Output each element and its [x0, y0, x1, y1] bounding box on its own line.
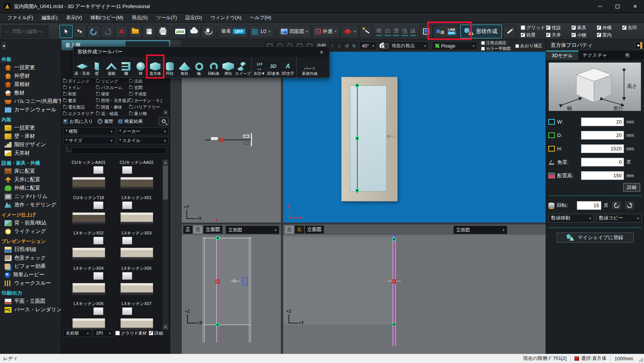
property-input[interactable]	[581, 131, 624, 140]
layer-checkbox[interactable]: 住設	[546, 25, 570, 31]
layer-checkbox[interactable]: 室内	[597, 32, 621, 38]
category-item[interactable]: 子供室	[129, 91, 162, 97]
shape-tool[interactable]: 直方体	[148, 57, 163, 78]
part-thumbnail[interactable]: LXキッチンX02	[65, 230, 113, 261]
back-to-floorplan-button[interactable]: ←間取り編集へ	[2, 25, 48, 38]
thumbnail-scrollbar[interactable]: ▲ ▼	[163, 160, 168, 330]
print-button[interactable]	[156, 25, 169, 38]
property-input[interactable]	[581, 171, 624, 180]
shape-tool[interactable]: 球	[133, 57, 148, 78]
part-thumbnail[interactable]: LXキッチンX01	[113, 195, 161, 225]
sidebar-entry[interactable]: 外壁材	[0, 72, 61, 80]
shape-tool[interactable]: 3D文字	[281, 57, 295, 78]
view-type-dropdown[interactable]: 立面図	[453, 226, 507, 234]
detail-button[interactable]: 詳細	[623, 183, 640, 191]
rotate-left-button[interactable]: ↺	[344, 42, 350, 50]
tab-favorites[interactable]: お気に入り	[63, 118, 93, 125]
menu-item[interactable]: 設定(O)	[181, 13, 206, 23]
grid-scale-dropdown[interactable]: 1/2	[249, 25, 274, 38]
sidebar-entry[interactable]: 階段デザイン	[0, 140, 61, 149]
view-layout-dropdown[interactable]: 四面図	[278, 25, 311, 38]
shape-tool[interactable]: 棚	[119, 57, 133, 78]
search-button[interactable]	[159, 117, 169, 125]
shape-create-button[interactable]: 形状作成	[460, 25, 502, 38]
door-plan-symbol2[interactable]	[243, 142, 249, 145]
sidebar-entry[interactable]: 外構に配置	[0, 184, 61, 192]
selection-handle[interactable]	[219, 138, 224, 142]
shape-tool[interactable]: 壁	[90, 57, 104, 78]
close-button[interactable]: ×	[626, 0, 644, 13]
rotation-input[interactable]	[577, 201, 601, 210]
numeric-copy-dropdown[interactable]: 数値コピー	[596, 214, 642, 223]
layer-checkbox[interactable]: 天井	[546, 32, 570, 38]
layer-checkbox[interactable]: 小物	[571, 32, 595, 38]
redo-button[interactable]	[101, 25, 114, 38]
sidebar-entry[interactable]: 一括変更	[0, 124, 61, 132]
category-item[interactable]: トイレ	[63, 84, 96, 91]
handle-marker-bottom[interactable]	[392, 323, 396, 326]
viewport-front-elevation[interactable]: 正 背 立面図 立面図 +Z +X	[182, 224, 281, 354]
sidebar-entry[interactable]: 設備・家具・外構	[0, 159, 61, 167]
see-through-dropdown[interactable]: 外透	[312, 25, 340, 38]
sidebar-entry[interactable]: ライティング	[0, 227, 61, 236]
line-mode-button[interactable]: 白	[385, 26, 391, 36]
tilt-correction-checkbox[interactable]: あおり補正	[515, 43, 543, 49]
sidebar-entry[interactable]: ウォークスルー	[0, 279, 61, 287]
voice-button[interactable]	[201, 25, 214, 38]
menu-item[interactable]: 表示(V)	[62, 13, 86, 23]
sidebar-entry[interactable]: 造作・モデリング	[0, 201, 61, 209]
open-file-button[interactable]	[129, 25, 142, 38]
shape-tool[interactable]: 3D多角	[266, 57, 281, 78]
pixage-dropdown[interactable]: Pixage	[432, 41, 477, 50]
down-arrow-button[interactable]: ↓	[336, 42, 343, 50]
category-item[interactable]: エクステリア	[63, 111, 96, 117]
tab-3d-model[interactable]: 3Dモデル	[546, 51, 579, 60]
part-thumbnail[interactable]: CUキッチンAA01	[65, 160, 113, 190]
category-item[interactable]: カーテン・ラグ	[129, 97, 162, 104]
camera-button[interactable]	[379, 41, 388, 51]
sidebar-entry[interactable]: パース・レンダリング	[0, 305, 61, 314]
undo-button[interactable]	[87, 25, 100, 38]
detail-checkbox[interactable]: 詳細	[149, 330, 163, 336]
multi-select-tool-button[interactable]	[73, 25, 86, 38]
door-plan-panel[interactable]	[211, 137, 218, 140]
tab-color[interactable]: 色	[611, 51, 644, 60]
door-handle-lever[interactable]	[389, 135, 395, 137]
layer-checkbox[interactable]: 外構	[597, 25, 621, 31]
property-input[interactable]	[581, 158, 624, 167]
handle-marker-top[interactable]	[216, 236, 219, 240]
part-thumbnail[interactable]: LXキッチンX07	[113, 301, 161, 331]
line-mode-button[interactable]: 透	[393, 26, 399, 36]
color-plan-checkbox[interactable]: カラー平面図	[481, 46, 511, 51]
layer-checkbox[interactable]: 矢印	[622, 25, 644, 31]
shape-tool[interactable]: パーツ 新規作成	[296, 57, 322, 78]
property-input[interactable]	[581, 144, 624, 153]
sidebar-entry[interactable]: カーテンウォール	[0, 106, 61, 114]
door-model[interactable]	[341, 77, 398, 201]
select-tool-button[interactable]	[60, 25, 73, 38]
cloud-upload-button[interactable]	[188, 25, 201, 38]
part-thumbnail[interactable]: LXキッチンX04	[65, 266, 113, 296]
filter-dropdown[interactable]: * スタイル	[117, 137, 169, 144]
view-preset-dropdown[interactable]: 現在の視点	[389, 41, 429, 50]
menu-item[interactable]: ウィンドウ(A)	[206, 13, 246, 23]
line-mode-button[interactable]: 強	[402, 26, 408, 36]
sidebar-entry[interactable]: 屋根材	[0, 80, 61, 89]
columns-dropdown[interactable]: 2列	[93, 329, 113, 337]
sidebar-entry[interactable]: ビフォー効果	[0, 262, 61, 271]
shape-tool[interactable]: 屋根	[104, 57, 119, 78]
filter-path-box[interactable]	[71, 147, 166, 154]
category-item[interactable]: 和室	[63, 91, 96, 97]
handle-marker-middle[interactable]	[355, 137, 359, 140]
sort-dropdown[interactable]: 名前順	[63, 329, 91, 337]
category-item[interactable]: 乗り物	[129, 111, 162, 117]
tab-history[interactable]: 履歴	[98, 118, 113, 125]
sidebar-entry[interactable]: 壁・床材	[0, 132, 61, 140]
handle-marker-bottom[interactable]	[355, 189, 359, 192]
category-item[interactable]: バリアフリー	[129, 104, 162, 110]
maximize-button[interactable]	[609, 0, 626, 13]
sidebar-entry[interactable]: プレゼンテーション	[0, 238, 61, 245]
part-thumbnail[interactable]: CUキッチンT18	[65, 195, 113, 225]
line-mode-button[interactable]: 断	[376, 26, 382, 36]
part-thumbnail[interactable]: LXキッチンX06	[65, 301, 113, 331]
